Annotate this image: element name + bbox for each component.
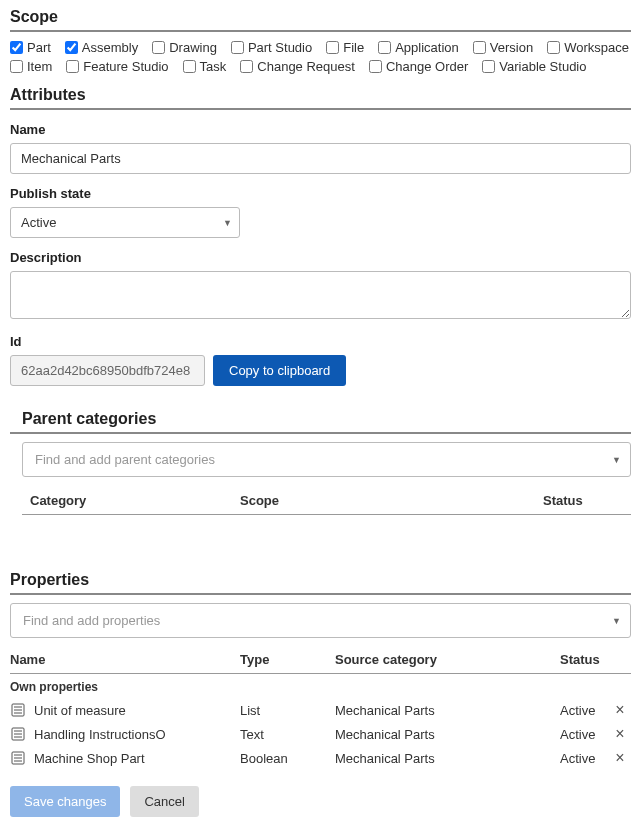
scope-item-task[interactable]: Task bbox=[183, 59, 227, 74]
parent-categories-table-header: Category Scope Status bbox=[22, 481, 631, 515]
property-name: Handling InstructionsO bbox=[34, 727, 166, 742]
scope-checkbox[interactable] bbox=[473, 41, 486, 54]
scope-checkbox[interactable] bbox=[326, 41, 339, 54]
property-icon bbox=[10, 750, 26, 766]
scope-item-feature-studio[interactable]: Feature Studio bbox=[66, 59, 168, 74]
col-name: Name bbox=[10, 652, 240, 667]
attributes-header: Attributes bbox=[10, 86, 631, 110]
scope-checkbox[interactable] bbox=[240, 60, 253, 73]
col-scope: Scope bbox=[240, 493, 543, 508]
scope-item-change-request[interactable]: Change Request bbox=[240, 59, 355, 74]
id-input bbox=[10, 355, 205, 386]
scope-item-assembly[interactable]: Assembly bbox=[65, 40, 138, 55]
col-status-prop: Status bbox=[560, 652, 610, 667]
scope-item-label: Workspace bbox=[564, 40, 629, 55]
scope-item-variable-studio[interactable]: Variable Studio bbox=[482, 59, 586, 74]
property-name: Machine Shop Part bbox=[34, 751, 145, 766]
scope-items: PartAssemblyDrawingPart StudioFileApplic… bbox=[10, 40, 631, 74]
scope-item-label: Assembly bbox=[82, 40, 138, 55]
property-source: Mechanical Parts bbox=[335, 727, 560, 742]
own-properties-label: Own properties bbox=[10, 674, 631, 698]
scope-header: Scope bbox=[10, 8, 631, 32]
property-row: Unit of measureListMechanical PartsActiv… bbox=[10, 698, 631, 722]
scope-item-label: Change Order bbox=[386, 59, 468, 74]
property-source: Mechanical Parts bbox=[335, 751, 560, 766]
scope-item-label: Part Studio bbox=[248, 40, 312, 55]
scope-item-item[interactable]: Item bbox=[10, 59, 52, 74]
scope-checkbox[interactable] bbox=[65, 41, 78, 54]
save-changes-button[interactable]: Save changes bbox=[10, 786, 120, 817]
scope-checkbox[interactable] bbox=[66, 60, 79, 73]
property-icon bbox=[10, 726, 26, 742]
name-input[interactable] bbox=[10, 143, 631, 174]
scope-item-change-order[interactable]: Change Order bbox=[369, 59, 468, 74]
col-category: Category bbox=[30, 493, 240, 508]
properties-search[interactable]: Find and add properties bbox=[10, 603, 631, 638]
scope-item-label: File bbox=[343, 40, 364, 55]
scope-checkbox[interactable] bbox=[378, 41, 391, 54]
scope-item-part[interactable]: Part bbox=[10, 40, 51, 55]
publish-state-label: Publish state bbox=[10, 186, 631, 201]
scope-checkbox[interactable] bbox=[547, 41, 560, 54]
description-textarea[interactable] bbox=[10, 271, 631, 319]
scope-item-label: Change Request bbox=[257, 59, 355, 74]
property-type: Boolean bbox=[240, 751, 335, 766]
scope-item-label: Part bbox=[27, 40, 51, 55]
scope-checkbox[interactable] bbox=[231, 41, 244, 54]
scope-item-label: Version bbox=[490, 40, 533, 55]
col-type: Type bbox=[240, 652, 335, 667]
property-status: Active bbox=[560, 727, 610, 742]
col-status: Status bbox=[543, 493, 623, 508]
publish-state-select[interactable]: Active bbox=[10, 207, 240, 238]
scope-item-label: Feature Studio bbox=[83, 59, 168, 74]
scope-item-label: Application bbox=[395, 40, 459, 55]
id-label: Id bbox=[10, 334, 631, 349]
property-icon bbox=[10, 702, 26, 718]
scope-checkbox[interactable] bbox=[369, 60, 382, 73]
property-row: Handling InstructionsOTextMechanical Par… bbox=[10, 722, 631, 746]
scope-item-label: Variable Studio bbox=[499, 59, 586, 74]
scope-checkbox[interactable] bbox=[10, 41, 23, 54]
scope-checkbox[interactable] bbox=[183, 60, 196, 73]
scope-item-workspace[interactable]: Workspace bbox=[547, 40, 629, 55]
property-row: Machine Shop PartBooleanMechanical Parts… bbox=[10, 746, 631, 770]
scope-item-application[interactable]: Application bbox=[378, 40, 459, 55]
col-source: Source category bbox=[335, 652, 560, 667]
property-type: Text bbox=[240, 727, 335, 742]
scope-checkbox[interactable] bbox=[10, 60, 23, 73]
property-source: Mechanical Parts bbox=[335, 703, 560, 718]
scope-checkbox[interactable] bbox=[152, 41, 165, 54]
delete-property-icon[interactable]: × bbox=[615, 725, 624, 742]
delete-property-icon[interactable]: × bbox=[615, 749, 624, 766]
property-type: List bbox=[240, 703, 335, 718]
properties-header: Properties bbox=[10, 571, 631, 595]
scope-checkbox[interactable] bbox=[482, 60, 495, 73]
scope-item-version[interactable]: Version bbox=[473, 40, 533, 55]
property-status: Active bbox=[560, 751, 610, 766]
scope-item-file[interactable]: File bbox=[326, 40, 364, 55]
description-label: Description bbox=[10, 250, 631, 265]
cancel-button[interactable]: Cancel bbox=[130, 786, 198, 817]
property-status: Active bbox=[560, 703, 610, 718]
properties-table-header: Name Type Source category Status bbox=[10, 644, 631, 674]
name-label: Name bbox=[10, 122, 631, 137]
delete-property-icon[interactable]: × bbox=[615, 701, 624, 718]
parent-categories-search[interactable]: Find and add parent categories bbox=[22, 442, 631, 477]
scope-item-label: Item bbox=[27, 59, 52, 74]
parent-categories-header: Parent categories bbox=[10, 410, 631, 434]
copy-to-clipboard-button[interactable]: Copy to clipboard bbox=[213, 355, 346, 386]
scope-item-drawing[interactable]: Drawing bbox=[152, 40, 217, 55]
scope-item-part-studio[interactable]: Part Studio bbox=[231, 40, 312, 55]
property-name: Unit of measure bbox=[34, 703, 126, 718]
scope-item-label: Drawing bbox=[169, 40, 217, 55]
scope-item-label: Task bbox=[200, 59, 227, 74]
